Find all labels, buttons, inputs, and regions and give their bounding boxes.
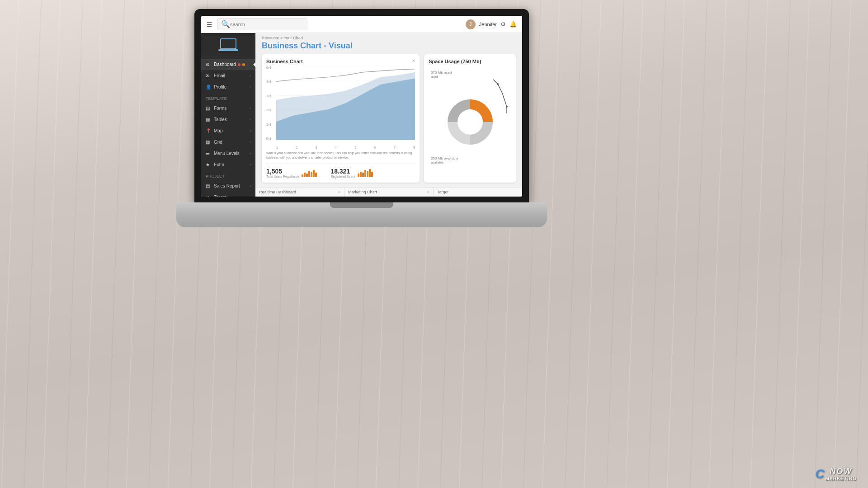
- sidebar-item-tables[interactable]: ▦ Tables ‹: [201, 114, 255, 125]
- stat-bar: [313, 170, 315, 177]
- tab-realtime-close[interactable]: ×: [338, 190, 340, 194]
- x-label-6: 6: [374, 146, 376, 149]
- stat-registered-value: 18.321: [330, 168, 355, 175]
- space-usage-title: Space Usage (750 Mb): [429, 59, 511, 64]
- forms-label: Forms: [214, 106, 226, 111]
- email-chevron: ‹: [250, 74, 251, 78]
- chart-x-labels: 1 2 3 4 5 6 7 8: [276, 146, 415, 149]
- x-label-1: 1: [276, 146, 278, 149]
- tab-realtime-label: Realtime Dashboard: [259, 190, 296, 194]
- map-label: Map: [214, 128, 222, 133]
- extra-label: Extra: [214, 162, 224, 167]
- laptop-logo-icon: [220, 38, 236, 49]
- search-input[interactable]: [230, 22, 303, 27]
- space-available-label: 250 Mb available available: [431, 156, 458, 164]
- sidebar-item-forms[interactable]: ▤ Forms ‹: [201, 103, 255, 114]
- tables-chevron: ‹: [250, 117, 251, 122]
- sales-report-icon: ▤: [206, 183, 211, 188]
- stat-bar: [362, 173, 364, 177]
- stat-bar: [304, 173, 306, 177]
- stat-bar: [315, 173, 317, 177]
- sidebar-logo: [201, 33, 255, 55]
- sidebar-item-grid[interactable]: ▦ Grid ‹: [201, 136, 255, 148]
- search-bar[interactable]: 🔍: [217, 18, 307, 30]
- extra-icon: ★: [206, 162, 211, 167]
- breadcrumb: Resource > Your Chart: [255, 33, 522, 41]
- profile-chevron: ‹: [250, 85, 251, 89]
- screen-inner: ☰ 🔍 J Jennifer ⚙ 🔔: [201, 16, 522, 197]
- stat-bar: [308, 171, 310, 177]
- chart-area: 6v$ 4v$ 3v$ 2v$ 1v$ 0v$: [266, 66, 415, 149]
- stat-item-users: 1,505 Total Users Registraion: [266, 168, 317, 178]
- target-icon: ◎: [206, 195, 211, 197]
- bottom-tabs: Realtime Dashboard × Marketing Chart × T…: [255, 187, 522, 197]
- business-chart-title: Business Chart: [266, 59, 415, 64]
- dashboard-dot-orange: [242, 63, 245, 66]
- email-icon: ✉: [206, 73, 211, 78]
- x-label-4: 4: [335, 146, 337, 149]
- tab-realtime-dashboard[interactable]: Realtime Dashboard ×: [255, 188, 344, 197]
- stat-users-bars: [302, 169, 317, 177]
- y-label-1: 1v$: [266, 123, 276, 126]
- tables-label: Tables: [214, 117, 227, 122]
- y-label-3: 3v$: [266, 94, 276, 98]
- space-used-label: 375 Mb used used: [431, 70, 452, 79]
- search-icon: 🔍: [221, 20, 230, 28]
- sidebar-item-profile[interactable]: 👤 Profile ‹: [201, 81, 255, 93]
- stat-registered-info: 18.321 Registered Users: [330, 168, 355, 178]
- business-chart-close[interactable]: ×: [412, 58, 415, 63]
- chart-y-labels: 6v$ 4v$ 3v$ 2v$ 1v$ 0v$: [266, 66, 276, 140]
- x-label-5: 5: [354, 146, 356, 149]
- sidebar-item-extra[interactable]: ★ Extra ‹: [201, 159, 255, 170]
- cnow-now: NOW: [830, 467, 852, 476]
- profile-label: Profile: [214, 84, 226, 89]
- tab-marketing-close[interactable]: ×: [427, 190, 429, 194]
- sidebar-item-sales-report[interactable]: ▤ Sales Report ‹: [201, 180, 255, 192]
- hamburger-menu-icon[interactable]: ☰: [207, 21, 212, 28]
- stat-bar: [369, 169, 371, 177]
- template-section-label: Template: [201, 93, 255, 103]
- menu-levels-icon: ☰: [206, 151, 211, 156]
- dashboard-icon: ⊙: [206, 62, 211, 67]
- profile-icon: 👤: [206, 84, 211, 89]
- menu-levels-label: Menu Levels: [214, 151, 240, 156]
- sidebar: ⊙ Dashboard ✉ Email ‹ 👤 Profile: [201, 33, 255, 197]
- email-label: Email: [214, 73, 225, 78]
- user-name-label: Jennifer: [479, 22, 497, 27]
- svg-point-9: [458, 109, 483, 135]
- grid-icon: ▦: [206, 140, 211, 145]
- sidebar-item-menu-levels[interactable]: ☰ Menu Levels ‹: [201, 148, 255, 159]
- stat-users-info: 1,505 Total Users Registraion: [266, 168, 299, 178]
- stat-bar: [371, 172, 373, 177]
- sidebar-item-email[interactable]: ✉ Email ‹: [201, 70, 255, 81]
- sidebar-item-target[interactable]: ◎ Target ‹: [201, 192, 255, 197]
- tab-marketing-chart[interactable]: Marketing Chart ×: [344, 188, 434, 197]
- target-chevron: ‹: [250, 195, 251, 197]
- space-chart-area: 375 Mb used used 250 Mb available availa…: [429, 66, 511, 178]
- stat-bar: [302, 174, 303, 177]
- x-label-3: 3: [316, 146, 317, 149]
- svg-marker-7: [276, 72, 415, 141]
- sales-report-label: Sales Report: [214, 183, 240, 188]
- stat-bar: [367, 171, 368, 177]
- grid-label: Grid: [214, 140, 222, 145]
- target-label: Target: [214, 195, 226, 197]
- stat-bar: [311, 172, 312, 177]
- app-body: ⊙ Dashboard ✉ Email ‹ 👤 Profile: [201, 33, 522, 197]
- tab-target[interactable]: Target: [434, 188, 522, 197]
- business-chart-card: Business Chart × 6v$ 4v$ 3v$ 2v$ 1v$ 0v$: [262, 54, 420, 183]
- sidebar-item-map[interactable]: 📍 Map ‹: [201, 125, 255, 136]
- map-chevron: ‹: [250, 129, 251, 133]
- main-content: Resource > Your Chart Business Chart - V…: [255, 33, 522, 197]
- content-grid: Business Chart × 6v$ 4v$ 3v$ 2v$ 1v$ 0v$: [255, 54, 522, 187]
- bell-icon[interactable]: 🔔: [509, 21, 517, 28]
- sidebar-item-dashboard[interactable]: ⊙ Dashboard: [201, 59, 255, 70]
- dashboard-label: Dashboard: [214, 62, 236, 67]
- gear-icon[interactable]: ⚙: [500, 21, 506, 28]
- stat-users-value: 1,505: [266, 168, 299, 175]
- tab-target-label: Target: [437, 190, 448, 194]
- header-right: J Jennifer ⚙ 🔔: [466, 19, 517, 29]
- project-section-label: Project: [201, 170, 255, 180]
- y-label-0: 0v$: [266, 137, 276, 140]
- stats-row: 1,505 Total Users Registraion: [266, 164, 415, 178]
